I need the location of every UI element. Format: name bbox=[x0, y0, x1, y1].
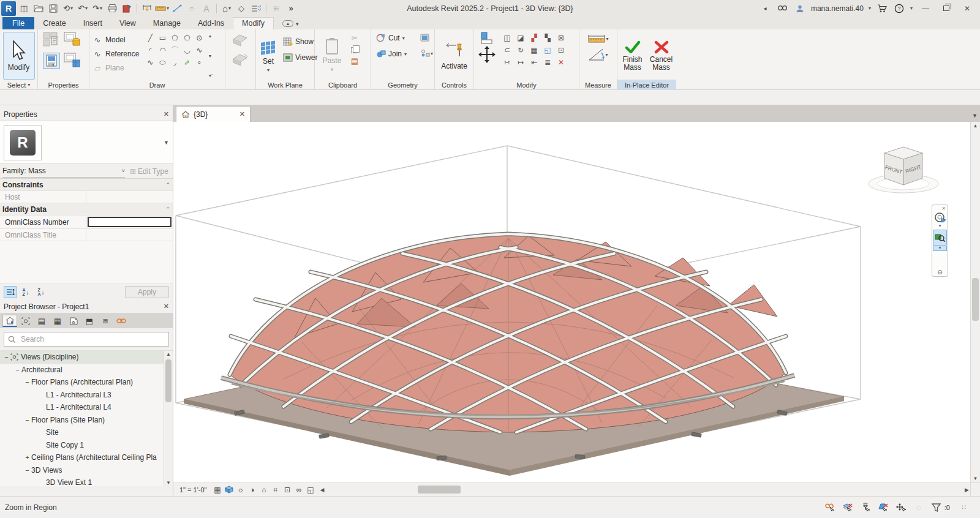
browser-views-icon[interactable] bbox=[2, 315, 17, 327]
modify-trim-multiple-icon[interactable]: ≣ bbox=[541, 56, 554, 69]
crop-view-icon[interactable]: ⌗ bbox=[270, 484, 281, 495]
tab-create[interactable]: Create bbox=[34, 18, 75, 29]
group-sort-button[interactable] bbox=[4, 286, 17, 298]
tab-manage[interactable]: Manage bbox=[145, 18, 189, 29]
browser-links-icon[interactable] bbox=[114, 315, 129, 327]
browser-groups-icon[interactable]: ⧈ bbox=[98, 315, 113, 327]
text-icon[interactable]: A bbox=[200, 2, 213, 15]
view-scale-button[interactable]: 1" = 1'-0" bbox=[173, 486, 211, 494]
tree-item-site[interactable]: Site bbox=[0, 426, 173, 439]
select-pinned-icon[interactable] bbox=[859, 502, 872, 513]
tree-item-3d-views[interactable]: − 3D Views bbox=[0, 464, 173, 477]
print-icon[interactable] bbox=[105, 2, 119, 15]
modify-split-gap-icon[interactable]: ▚ bbox=[541, 32, 554, 44]
restore-button[interactable] bbox=[938, 2, 954, 15]
modify-scale-icon[interactable]: ◱ bbox=[541, 44, 554, 56]
section-collapse-icon[interactable]: ⌃ bbox=[86, 203, 173, 215]
modify-mirror-pick-icon[interactable]: ◪ bbox=[514, 32, 527, 44]
scroll-up-icon[interactable]: ▲ bbox=[971, 123, 980, 129]
aligned-dimension-icon[interactable] bbox=[140, 2, 154, 15]
revit-logo-icon[interactable]: R bbox=[1, 1, 16, 16]
view-tab-3d[interactable]: {3D} ✕ bbox=[176, 106, 251, 122]
constraints-section-row[interactable]: Constraints ⌃ bbox=[0, 179, 173, 191]
modify-pin-icon[interactable]: ⊡ bbox=[555, 44, 567, 56]
modify-tool-button[interactable]: Modify bbox=[3, 32, 35, 80]
tab-modify[interactable]: Modify bbox=[233, 17, 274, 29]
family-selector[interactable]: Family: Mass ˅ bbox=[2, 165, 125, 178]
show-crop-region-icon[interactable]: ⊡ bbox=[281, 484, 293, 495]
modify-copy-icon[interactable]: ∺ bbox=[501, 56, 513, 69]
tree-item-views-discipline[interactable]: − Views (Discipline) bbox=[0, 351, 173, 364]
cut-clipboard-icon[interactable]: ✂ bbox=[349, 33, 360, 43]
tree-item-l1-architectural-l3[interactable]: L1 - Architectural L3 bbox=[0, 389, 173, 402]
tab-view[interactable]: View bbox=[111, 18, 145, 29]
scroll-down-icon[interactable]: ▼ bbox=[971, 476, 980, 481]
search-box[interactable] bbox=[4, 332, 169, 347]
vertical-scrollbar[interactable]: ▲ ▼ bbox=[970, 122, 980, 482]
scroll-up-icon[interactable]: ▲ bbox=[164, 351, 173, 357]
draw-rectangle-icon[interactable]: ▭ bbox=[156, 32, 168, 44]
demolish-icon[interactable]: ▾ bbox=[421, 49, 433, 58]
measure-angle-button[interactable]: ▾ bbox=[588, 48, 608, 61]
detail-level-icon[interactable]: ▦ bbox=[211, 484, 223, 495]
close-button[interactable]: ✕ bbox=[959, 2, 975, 15]
temporary-hide-isolate-icon[interactable]: ◱ bbox=[304, 484, 316, 495]
tab-file[interactable]: File bbox=[2, 17, 34, 29]
tree-item-architectural[interactable]: − Architectural bbox=[0, 364, 173, 377]
horizontal-scrollbar[interactable]: ◀ ▶ bbox=[320, 483, 970, 496]
viewport-canvas[interactable]: FRONT RIGHT bbox=[173, 122, 970, 482]
modify-align-icon[interactable]: ◫ bbox=[501, 32, 513, 44]
ribbon-collapse-button[interactable]: ▴▾ bbox=[282, 20, 299, 29]
modify-split-icon[interactable]: ▞ bbox=[528, 32, 540, 44]
draw-fillet-arc-icon[interactable]: ◜ bbox=[144, 44, 156, 56]
draw-ellipse-icon[interactable]: ⬭ bbox=[156, 56, 168, 69]
sort-ascending-button[interactable]: AZ↓ bbox=[19, 286, 32, 298]
draw-line-icon[interactable]: ╱ bbox=[144, 32, 156, 44]
properties-selected-icon[interactable] bbox=[43, 53, 60, 69]
draw-polygon-circumscribed-icon[interactable]: ⬠ bbox=[181, 32, 193, 44]
tree-item-3d-view-ext-1[interactable]: 3D View Ext 1 bbox=[0, 476, 173, 486]
tree-item-site-copy-1[interactable]: Site Copy 1 bbox=[0, 439, 173, 452]
browser-selection-icon[interactable] bbox=[18, 315, 33, 327]
filter-icon[interactable] bbox=[930, 502, 943, 513]
draw-spline-points-icon[interactable]: ∿ bbox=[144, 56, 156, 69]
identity-data-section-row[interactable]: Identity Data ⌃ bbox=[0, 203, 173, 216]
draw-center-arc-icon[interactable]: ◠ bbox=[156, 44, 168, 56]
measure-length-button[interactable]: ▾ bbox=[587, 34, 608, 43]
drag-on-selection-icon[interactable] bbox=[895, 502, 907, 513]
section-icon[interactable]: ◇ bbox=[235, 2, 248, 15]
collapse-arrow-icon[interactable]: ◂ bbox=[758, 2, 772, 15]
sort-descending-button[interactable]: ZA↓ bbox=[34, 286, 48, 298]
modify-array-icon[interactable]: ▦ bbox=[528, 44, 540, 56]
type-selector-preview[interactable]: R ▼ bbox=[0, 121, 173, 164]
properties-close-icon[interactable]: ✕ bbox=[164, 110, 169, 118]
scroll-left-icon[interactable]: ◀ bbox=[320, 483, 324, 496]
section-collapse-icon[interactable]: ⌃ bbox=[86, 179, 173, 190]
plane-button[interactable]: ▱Plane bbox=[92, 62, 139, 74]
paste-aligned-icon[interactable] bbox=[480, 32, 494, 44]
zoom-menu-caret-icon[interactable]: ▾ bbox=[933, 246, 947, 251]
type-selector-caret-icon[interactable]: ▼ bbox=[164, 140, 169, 146]
wheel-menu-caret-icon[interactable]: ▾ bbox=[939, 223, 941, 228]
tab-add-ins[interactable]: Add-Ins bbox=[189, 18, 233, 29]
model-line-button[interactable]: ∿Model bbox=[92, 34, 139, 46]
tab-insert[interactable]: Insert bbox=[75, 18, 111, 29]
store-cart-icon[interactable] bbox=[876, 3, 888, 14]
sync-icon[interactable]: ⟲▾ bbox=[61, 2, 75, 15]
help-menu-caret-icon[interactable]: ▾ bbox=[910, 6, 913, 11]
omniclass-number-input[interactable] bbox=[88, 217, 172, 227]
viewcube[interactable]: FRONT RIGHT bbox=[869, 147, 938, 193]
browser-schedules-icon[interactable]: ▤ bbox=[34, 315, 49, 327]
vertical-scrollbar-thumb[interactable] bbox=[972, 278, 979, 321]
modify-rotate-icon[interactable]: ↻ bbox=[514, 44, 527, 56]
thin-lines-icon[interactable]: ≋ bbox=[270, 4, 283, 13]
create-form-icon-disabled[interactable] bbox=[232, 32, 250, 48]
modify-delete-icon[interactable]: ✕ bbox=[555, 56, 567, 69]
draw-scroll-arrows[interactable]: ▲▼▼̄ bbox=[208, 32, 212, 80]
visual-style-icon[interactable] bbox=[223, 484, 235, 495]
customize-qat-icon[interactable]: » bbox=[284, 2, 298, 15]
help-icon[interactable]: ? bbox=[893, 3, 905, 14]
finish-mass-button[interactable]: Finish Mass bbox=[619, 32, 646, 80]
user-menu-caret-icon[interactable]: ▾ bbox=[869, 6, 871, 11]
draw-pick-lines-icon[interactable]: ⇗ bbox=[181, 56, 193, 69]
